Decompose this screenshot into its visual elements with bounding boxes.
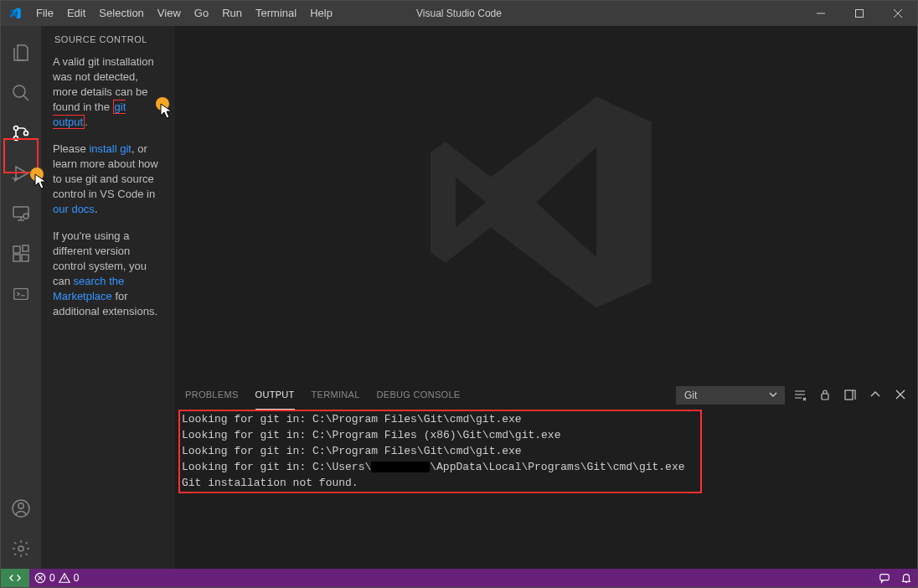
svg-point-5 — [14, 178, 16, 180]
editor-area — [175, 26, 917, 380]
panel-close-icon[interactable] — [894, 388, 907, 404]
annotation-cursor-pointer — [34, 173, 48, 193]
svg-rect-16 — [822, 394, 828, 400]
maximize-button[interactable] — [840, 1, 879, 26]
panel-actions — [793, 388, 907, 404]
status-feedback-icon[interactable] — [874, 569, 895, 587]
menu-bar: File Edit Selection View Go Run Terminal… — [29, 1, 339, 26]
output-channel-value: Git — [684, 389, 697, 401]
editor-group: PROBLEMS OUTPUT TERMINAL DEBUG CONSOLE G… — [175, 26, 917, 569]
remote-indicator[interactable] — [1, 569, 29, 587]
svg-rect-0 — [856, 10, 864, 18]
terminal-extra-icon[interactable] — [1, 274, 41, 314]
svg-rect-11 — [23, 245, 28, 251]
text: A valid git installation was not detecte… — [53, 55, 154, 113]
svg-rect-9 — [13, 255, 20, 261]
status-bell-icon[interactable] — [895, 569, 917, 587]
explorer-icon[interactable] — [1, 33, 41, 73]
status-errors-count: 0 — [49, 572, 55, 584]
menu-selection[interactable]: Selection — [92, 1, 150, 26]
source-control-icon[interactable] — [1, 113, 41, 153]
svg-point-1 — [13, 85, 25, 97]
menu-view[interactable]: View — [151, 1, 188, 26]
output-panel[interactable]: Looking for git in: C:\Program Files\Git… — [175, 410, 917, 569]
output-line: Looking for git in: C:\Program Files\Git… — [182, 411, 910, 427]
remote-explorer-icon[interactable] — [1, 193, 41, 234]
menu-file[interactable]: File — [29, 1, 60, 26]
tab-debug-console[interactable]: DEBUG CONSOLE — [377, 381, 461, 410]
svg-rect-19 — [880, 575, 890, 580]
output-line: Looking for git in: C:\Program Files (x8… — [182, 427, 910, 443]
svg-rect-10 — [22, 255, 28, 261]
svg-point-3 — [14, 137, 18, 141]
search-icon[interactable] — [1, 73, 41, 113]
tab-problems[interactable]: PROBLEMS — [185, 381, 239, 410]
svg-rect-17 — [845, 390, 853, 400]
window-controls — [802, 1, 917, 26]
vscode-watermark-icon — [420, 76, 672, 330]
status-bar: 0 0 — [1, 569, 917, 587]
annotation-cursor-pointer — [160, 103, 173, 124]
output-line: Looking for git in: C:\Program Files\Git… — [182, 443, 910, 459]
svg-point-15 — [18, 546, 23, 551]
sidebar: SOURCE CONTROL A valid git installation … — [41, 26, 175, 569]
chevron-down-icon — [768, 389, 778, 402]
status-problems[interactable]: 0 0 — [29, 569, 84, 587]
clear-output-icon[interactable] — [793, 388, 807, 404]
text: . — [85, 116, 88, 128]
title-bar: File Edit Selection View Go Run Terminal… — [1, 1, 917, 26]
minimize-button[interactable] — [802, 1, 840, 26]
bottom-panel: PROBLEMS OUTPUT TERMINAL DEBUG CONSOLE G… — [175, 380, 917, 569]
our-docs-link[interactable]: our docs — [53, 203, 95, 215]
menu-help[interactable]: Help — [303, 1, 339, 26]
activity-bar — [1, 26, 41, 569]
text: Please — [53, 142, 89, 155]
vscode-logo — [1, 7, 29, 20]
sidebar-title: SOURCE CONTROL — [41, 26, 175, 51]
svg-point-7 — [23, 214, 28, 219]
redacted-text — [371, 462, 430, 472]
panel-chevron-up-icon[interactable] — [869, 388, 882, 404]
output-channel-select[interactable]: Git — [676, 386, 785, 405]
svg-point-4 — [24, 132, 28, 136]
panel-tab-bar: PROBLEMS OUTPUT TERMINAL DEBUG CONSOLE G… — [175, 381, 917, 410]
accounts-icon[interactable] — [1, 488, 41, 529]
menu-edit[interactable]: Edit — [60, 1, 92, 26]
lock-scroll-icon[interactable] — [818, 388, 832, 404]
open-log-icon[interactable] — [843, 388, 857, 404]
svg-point-14 — [18, 503, 23, 508]
output-line: Looking for git in: C:\Users\\AppData\Lo… — [182, 459, 910, 475]
menu-terminal[interactable]: Terminal — [249, 1, 303, 26]
menu-run[interactable]: Run — [215, 1, 249, 26]
extensions-icon[interactable] — [1, 234, 41, 274]
svg-rect-12 — [14, 289, 28, 300]
text: . — [95, 203, 98, 215]
settings-gear-icon[interactable] — [1, 529, 41, 569]
install-git-link[interactable]: install git — [89, 142, 132, 155]
tab-terminal[interactable]: TERMINAL — [312, 381, 360, 410]
close-button[interactable] — [879, 1, 917, 26]
output-line: Git installation not found. — [182, 475, 910, 491]
menu-go[interactable]: Go — [188, 1, 215, 26]
status-warnings-count: 0 — [74, 572, 80, 584]
source-control-message: A valid git installation was not detecte… — [41, 51, 175, 331]
svg-point-2 — [14, 126, 18, 131]
svg-rect-8 — [13, 246, 20, 253]
tab-output[interactable]: OUTPUT — [255, 381, 295, 410]
